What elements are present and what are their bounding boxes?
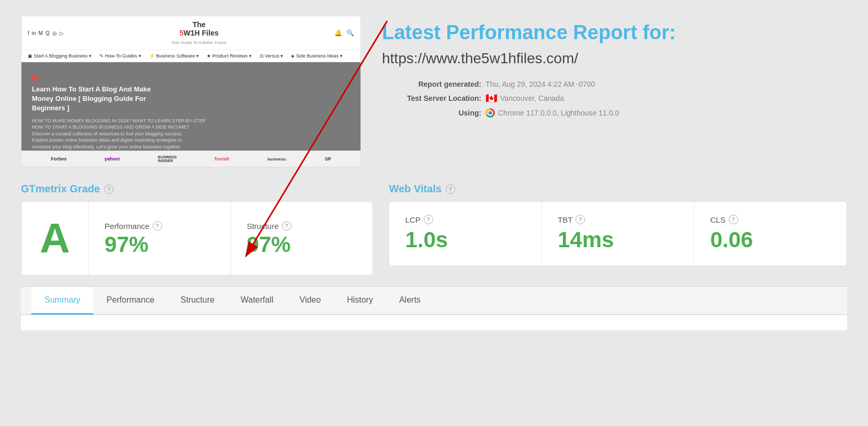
report-meta: Report generated: Thu, Aug 29, 2024 4:22… [382,80,847,118]
mock-social-icons: f in M Q ◎ ▷ [28,30,64,36]
tab-content-area [21,315,847,330]
tab-performance[interactable]: Performance [93,287,167,315]
vital-tbt-value: 14ms [558,227,679,252]
tabs-bar: Summary Performance Structure Waterfall … [21,287,847,315]
performance-help-icon[interactable]: ? [153,221,162,231]
vital-lcp: LCP ? 1.0s [389,202,542,266]
main-container: f in M Q ◎ ▷ The5W1H Files Your Guide To… [0,0,868,330]
screenshot-wrapper: f in M Q ◎ ▷ The5W1H Files Your Guide To… [21,16,361,167]
using-value-text: Chrome 117.0.0.0, Lighthouse 11.0.0 [498,109,619,117]
meta-row-using: Using: Chrome 117.0.0.0, Lighthouse 11.0… [382,108,847,118]
meta-row-generated: Report generated: Thu, Aug 29, 2024 4:22… [382,80,847,88]
vital-tbt: TBT ? 14ms [542,202,695,266]
mock-menu-bar: ▣ Start A Blogging Business ▾ ✎ How-To G… [21,50,360,62]
mock-logo-yahoo: yahoo! [105,156,120,162]
gtmetrix-title: GTmetrix Grade ? [21,183,373,195]
meta-value-server: 🇨🇦 Vancouver, Canada [486,93,564,104]
info-section: Latest Performance Report for: https://w… [382,16,847,118]
tab-video[interactable]: Video [287,287,334,315]
metric-structure-value: 97% [247,234,357,256]
screenshot-container: f in M Q ◎ ▷ The5W1H Files Your Guide To… [21,16,361,167]
tab-structure[interactable]: Structure [167,287,228,315]
lcp-help-icon[interactable]: ? [424,215,433,224]
meta-label-generated: Report generated: [382,80,481,88]
mock-logo-forbes: Forbes [51,156,66,162]
web-vitals-help-icon[interactable]: ? [446,185,455,194]
mock-logo-bi: BUSINESSINSIDER [158,155,177,163]
meta-label-server: Test Server Location: [382,94,481,102]
grade-letter-cell: A [21,202,89,275]
mock-logo-sp: SP [325,156,331,162]
mock-logo-foundr: foundr [215,156,230,162]
tab-summary[interactable]: Summary [31,287,93,315]
grades-section: GTmetrix Grade ? A Performance ? 97% [21,183,847,275]
structure-help-icon[interactable]: ? [282,221,291,231]
mock-nav-bar: f in M Q ◎ ▷ The5W1H Files Your Guide To… [21,16,360,50]
metric-performance: Performance ? 97% [89,202,231,275]
cls-help-icon[interactable]: ? [729,215,738,224]
tab-history[interactable]: History [334,287,386,315]
mock-logo-business: business. [267,157,287,162]
meta-row-server: Test Server Location: 🇨🇦 Vancouver, Cana… [382,93,847,104]
metric-performance-label: Performance ? [105,221,215,231]
mock-logos-bar: Forbes yahoo! BUSINESSINSIDER foundr bus… [21,151,360,167]
gtmetrix-grade-panel: GTmetrix Grade ? A Performance ? 97% [21,183,373,275]
metric-structure-label: Structure ? [247,221,357,231]
mock-site-logo: The5W1H Files Your Guide To A Better Fut… [171,20,227,45]
mock-hero-text: HOW TO MAKE MONEY BLOGGING IN 2024? WANT… [32,118,350,151]
mock-hero-flag [31,74,38,82]
vital-tbt-label: TBT ? [558,215,679,224]
web-vitals-title-text: Web Vitals [389,183,441,195]
report-title: Latest Performance Report for: [382,21,847,45]
web-vitals-card: LCP ? 1.0s TBT ? 14ms CLS ? [389,201,847,266]
vital-cls-label: CLS ? [710,215,831,224]
report-url: https://www.the5w1hfiles.com/ [382,50,847,67]
grade-metrics: Performance ? 97% Structure ? 97% [89,202,373,275]
mock-nav-right: 🔔🔍 [334,29,354,37]
chrome-icon [486,108,495,118]
grade-card: A Performance ? 97% Structure ? [21,201,373,275]
tab-waterfall[interactable]: Waterfall [228,287,287,315]
meta-value-generated: Thu, Aug 29, 2024 4:22 AM -0700 [486,80,595,88]
tabs-section: Summary Performance Structure Waterfall … [21,286,847,330]
vital-lcp-label: LCP ? [405,215,526,224]
metric-structure: Structure ? 97% [231,202,373,275]
gtmetrix-title-text: GTmetrix Grade [21,183,100,195]
web-vitals-title: Web Vitals ? [389,183,847,195]
grade-letter: A [40,217,70,259]
meta-label-using: Using: [382,109,481,117]
web-vitals-panel: Web Vitals ? LCP ? 1.0s TBT ? 14ms [389,183,847,275]
server-location-text: Vancouver, Canada [500,94,564,102]
canada-flag-icon: 🇨🇦 [486,93,497,104]
meta-value-using: Chrome 117.0.0.0, Lighthouse 11.0.0 [486,108,619,118]
metric-performance-value: 97% [105,234,215,256]
top-section: f in M Q ◎ ▷ The5W1H Files Your Guide To… [21,16,847,167]
vital-lcp-value: 1.0s [405,227,526,252]
vital-cls: CLS ? 0.06 [694,202,847,266]
tab-alerts[interactable]: Alerts [386,287,434,315]
gtmetrix-help-icon[interactable]: ? [104,185,114,194]
tbt-help-icon[interactable]: ? [576,215,585,224]
vital-cls-value: 0.06 [710,227,831,252]
mock-hero-title: Learn How To Start A Blog And MakeMoney … [32,85,350,113]
